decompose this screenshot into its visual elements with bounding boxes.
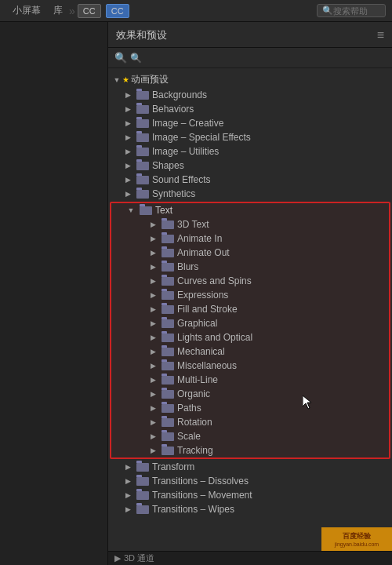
separator: » — [69, 5, 75, 17]
label-fill-stroke: Fill and Stroke — [177, 304, 238, 315]
folder-icon-transitions-wipes — [136, 505, 149, 514]
main-layout: 效果和预设 ≡ 🔍 ★ 动画预设 Backgrounds — [0, 22, 392, 565]
tree-item-transitions-wipes[interactable]: Transitions – Wipes — [108, 502, 392, 516]
folder-icon-animate-in — [162, 235, 174, 243]
arrow-curves-spins — [147, 275, 158, 286]
tree-item-sound-effects[interactable]: Sound Effects — [108, 173, 392, 187]
label-paths: Paths — [177, 403, 201, 414]
folder-icon-transitions-dissolves — [136, 477, 149, 486]
arrow-multi-line — [147, 374, 158, 385]
search-icon: 🔍 — [322, 5, 333, 16]
tree-item-backgrounds[interactable]: Backgrounds — [108, 88, 392, 102]
arrow-transitions-dissolves — [122, 476, 133, 487]
label-lights-optical: Lights and Optical — [177, 332, 252, 343]
label-graphical: Graphical — [177, 318, 217, 329]
arrow-transform — [122, 461, 133, 472]
panel-search-input[interactable] — [130, 53, 386, 64]
arrow-transitions-wipes — [122, 504, 133, 515]
folder-icon-sound-effects — [136, 176, 149, 184]
bottom-bar: ▶ 3D 通道 — [108, 551, 392, 565]
folder-icon-paths — [162, 404, 174, 413]
library-tab[interactable]: 库 — [47, 4, 69, 17]
label-organic: Organic — [177, 388, 210, 399]
top-bar: 小屏幕 库 » CC CC 🔍 — [0, 0, 392, 22]
label-tracking: Tracking — [177, 445, 213, 456]
tree-item-image-utilities[interactable]: Image – Utilities — [108, 144, 392, 159]
arrow-mechanical — [147, 346, 158, 357]
label-animate-out: Animate Out — [177, 247, 230, 258]
tree-root-animation-presets[interactable]: ★ 动画预设 — [108, 71, 392, 88]
folder-icon-fill-stroke — [162, 305, 174, 314]
tree-item-tracking[interactable]: Tracking — [111, 443, 389, 457]
arrow-scale — [147, 431, 158, 442]
folder-icon-tracking — [162, 447, 174, 455]
tree-item-fill-stroke[interactable]: Fill and Stroke — [111, 302, 389, 316]
tree-item-animate-out[interactable]: Animate Out — [111, 246, 389, 260]
tree-item-organic[interactable]: Organic — [111, 387, 389, 401]
arrow-tracking — [147, 445, 158, 456]
folder-icon-animate-out — [162, 249, 174, 257]
tree-item-behaviors[interactable]: Behaviors — [108, 102, 392, 116]
folder-icon-mechanical — [162, 348, 174, 356]
arrow-sound-effects — [122, 174, 133, 185]
label-blurs: Blurs — [177, 261, 198, 272]
tree-item-3d-text[interactable]: 3D Text — [111, 217, 389, 231]
top-search-input[interactable] — [333, 6, 380, 16]
tree-item-lights-optical[interactable]: Lights and Optical — [111, 330, 389, 344]
label-behaviors: Behaviors — [152, 104, 194, 115]
folder-icon-image-creative — [136, 119, 149, 128]
tree-item-scale[interactable]: Scale — [111, 429, 389, 443]
label-scale: Scale — [177, 431, 201, 442]
small-screen-tab[interactable]: 小屏幕 — [6, 4, 47, 17]
tree-item-rotation[interactable]: Rotation — [111, 415, 389, 429]
tree-item-blurs[interactable]: Blurs — [111, 260, 389, 274]
folder-icon-multi-line — [162, 376, 174, 385]
folder-icon-behaviors — [136, 105, 149, 114]
folder-icon-lights-optical — [162, 334, 174, 342]
cc-button-2[interactable]: CC — [106, 4, 129, 18]
tree-item-paths[interactable]: Paths — [111, 401, 389, 415]
folder-icon-image-special — [136, 133, 149, 142]
label-image-special: Image – Special Effects — [152, 132, 251, 143]
expand-arrow-root — [111, 75, 122, 86]
arrow-fill-stroke — [147, 304, 158, 315]
tree-item-multi-line[interactable]: Multi-Line — [111, 373, 389, 387]
tree-item-curves-spins[interactable]: Curves and Spins — [111, 274, 389, 288]
tree-item-miscellaneous[interactable]: Miscellaneous — [111, 359, 389, 373]
cc-button-1[interactable]: CC — [78, 4, 101, 18]
folder-icon-image-utilities — [136, 148, 149, 156]
tree-item-mechanical[interactable]: Mechanical — [111, 344, 389, 359]
root-label: 动画预设 — [131, 73, 169, 86]
watermark-url: jingyan.baidu.com — [335, 541, 379, 547]
label-text: Text — [155, 205, 172, 216]
left-sidebar — [0, 22, 108, 565]
tree-item-graphical[interactable]: Graphical — [111, 316, 389, 330]
label-rotation: Rotation — [177, 417, 212, 428]
tree-item-text[interactable]: Text — [111, 203, 389, 217]
bottom-expand-arrow[interactable]: ▶ — [114, 553, 121, 563]
arrow-expressions — [147, 290, 158, 301]
panel-search-icon: 🔍 — [114, 52, 127, 64]
folder-icon-graphical — [162, 319, 174, 328]
arrow-transitions-movement — [122, 490, 133, 501]
label-transform: Transform — [152, 461, 194, 472]
tree-item-transitions-dissolves[interactable]: Transitions – Dissolves — [108, 474, 392, 488]
effects-panel: 效果和预设 ≡ 🔍 ★ 动画预设 Backgrounds — [108, 22, 392, 565]
tree-item-animate-in[interactable]: Animate In — [111, 231, 389, 246]
watermark: 百度经验 jingyan.baidu.com — [321, 527, 392, 551]
label-transitions-wipes: Transitions – Wipes — [152, 504, 234, 515]
tree-item-image-special[interactable]: Image – Special Effects — [108, 130, 392, 144]
tree-item-shapes[interactable]: Shapes — [108, 159, 392, 173]
star-icon: ★ — [122, 75, 129, 84]
tree-item-expressions[interactable]: Expressions — [111, 288, 389, 302]
folder-icon-curves-spins — [162, 277, 174, 286]
tree-item-transitions-movement[interactable]: Transitions – Movement — [108, 488, 392, 502]
arrow-animate-in — [147, 233, 158, 244]
label-mechanical: Mechanical — [177, 346, 225, 357]
tree-item-synthetics[interactable]: Synthetics — [108, 187, 392, 201]
tree-item-transform[interactable]: Transform — [108, 460, 392, 474]
label-image-creative: Image – Creative — [152, 118, 223, 129]
tree-item-image-creative[interactable]: Image – Creative — [108, 116, 392, 130]
panel-menu-icon[interactable]: ≡ — [377, 28, 384, 42]
top-search-box[interactable]: 🔍 — [317, 4, 386, 17]
